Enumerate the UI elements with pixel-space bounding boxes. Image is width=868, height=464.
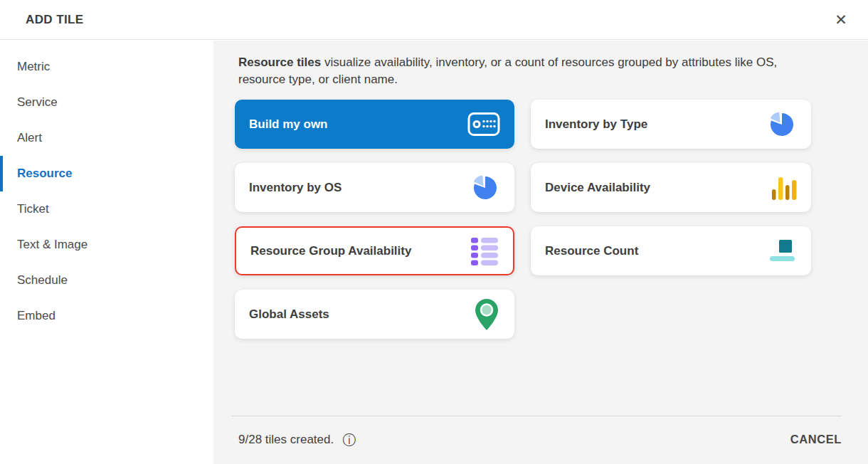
tile-device-availability[interactable]: Device Availability (531, 163, 811, 212)
tile-resource-count[interactable]: Resource Count (531, 226, 811, 275)
category-description: Resource tiles visualize availability, i… (238, 54, 808, 88)
tile-label: Global Assets (249, 307, 329, 322)
sidebar-item-resource[interactable]: Resource (0, 156, 213, 191)
tile-inventory-by-os[interactable]: Inventory by OS (235, 163, 514, 212)
info-icon[interactable]: ⓘ (342, 433, 356, 447)
tile-label: Device Availability (545, 181, 650, 195)
tile-build-my-own[interactable]: Build my own (235, 100, 514, 149)
tile-resource-group-availability[interactable]: Resource Group Availability (235, 226, 514, 275)
sidebar-item-text-image[interactable]: Text & Image (0, 227, 213, 263)
tiles-grid: Build my own Inventory by Type (235, 100, 811, 339)
cancel-button[interactable]: CANCEL (790, 433, 842, 446)
tile-label: Resource Group Availability (250, 244, 411, 258)
count-icon (768, 238, 797, 265)
dialog-header: ADD TILE ✕ (0, 0, 868, 40)
tiles-created-status: 9/28 tiles created. ⓘ (238, 433, 356, 447)
tile-inventory-by-type[interactable]: Inventory by Type (531, 100, 811, 149)
tile-label: Resource Count (545, 244, 638, 258)
sidebar-item-schedule[interactable]: Schedule (0, 263, 213, 298)
keypad-icon (467, 112, 500, 137)
pie-chart-icon (470, 173, 500, 203)
dialog-title: ADD TILE (26, 13, 84, 27)
sidebar-item-metric[interactable]: Metric (0, 49, 213, 85)
tile-label: Inventory by Type (545, 117, 647, 132)
category-sidebar: Metric Service Alert Resource Ticket Tex… (0, 41, 213, 464)
tile-label: Inventory by OS (249, 181, 342, 195)
footer-divider (231, 416, 842, 416)
bar-chart-icon (770, 174, 797, 202)
sidebar-item-embed[interactable]: Embed (0, 298, 213, 334)
sidebar-item-ticket[interactable]: Ticket (0, 191, 213, 227)
pie-chart-icon (767, 110, 797, 139)
sidebar-item-alert[interactable]: Alert (0, 120, 213, 156)
description-bold: Resource tiles (238, 56, 321, 69)
tile-label: Build my own (249, 117, 328, 132)
map-pin-icon (473, 297, 500, 332)
close-icon[interactable]: ✕ (830, 9, 852, 31)
tile-gallery-panel: Resource tiles visualize availability, i… (213, 41, 868, 464)
tile-global-assets[interactable]: Global Assets (235, 290, 514, 339)
sidebar-item-service[interactable]: Service (0, 85, 213, 120)
list-icon (470, 236, 499, 266)
status-text: 9/28 tiles created. (238, 433, 334, 447)
